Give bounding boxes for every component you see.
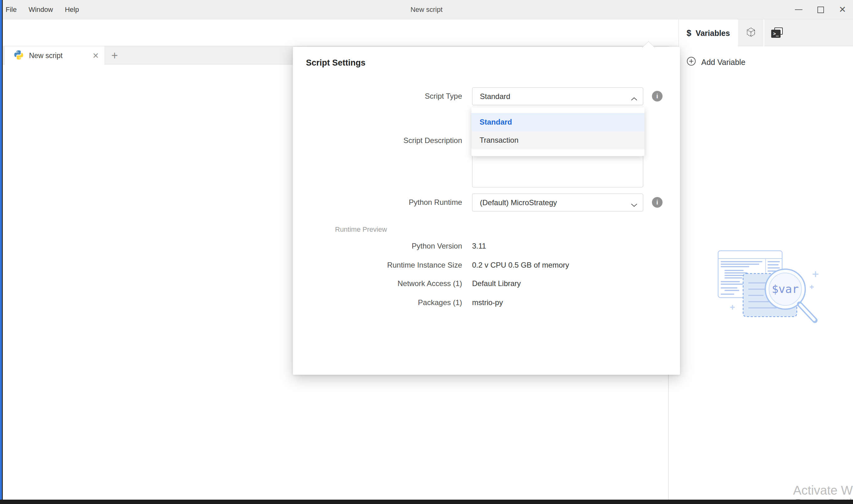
tab-variables[interactable]: $ Variables [678, 19, 738, 47]
runtime-preview-title: Runtime Preview [335, 226, 387, 234]
python-runtime-value: (Default) MicroStrategy [480, 198, 557, 207]
python-runtime-select[interactable]: (Default) MicroStrategy [472, 194, 643, 211]
script-type-info-icon[interactable]: i [652, 91, 663, 102]
add-tab-button[interactable]: + [105, 46, 124, 65]
preview-row-value: mstrio-py [472, 298, 503, 307]
window-controls: ✕ [795, 0, 846, 19]
script-type-label: Script Type [293, 91, 462, 101]
editor-tab-new-script[interactable]: New script ✕ [4, 46, 105, 65]
dropdown-option-standard[interactable]: Standard [471, 113, 645, 131]
minimize-icon[interactable] [795, 10, 802, 10]
close-tab-icon[interactable]: ✕ [92, 52, 99, 60]
modal-title: Script Settings [306, 58, 366, 68]
tab-packages[interactable] [738, 19, 763, 46]
title-bar: File Window Help New script ✕ [0, 0, 853, 19]
add-circle-icon [686, 56, 696, 68]
preview-row-label: Network Access (1) [293, 279, 462, 288]
preview-row-value: Default Library [472, 279, 521, 288]
window-title: New script [0, 0, 853, 19]
preview-row-value: 3.11 [472, 241, 486, 251]
tabs-filler [791, 19, 853, 46]
preview-row-value: 0.2 v CPU 0.5 GB of memory [472, 260, 569, 270]
activation-watermark-line1: Activate W [793, 483, 853, 498]
python-runtime-info-icon[interactable]: i [652, 197, 663, 208]
python-icon [14, 50, 24, 61]
python-runtime-label: Python Runtime [293, 198, 462, 207]
chevron-down-icon [630, 200, 638, 209]
tab-console[interactable]: >_ [764, 19, 791, 46]
left-edge-border [2, 0, 3, 500]
script-description-label: Script Description [293, 136, 462, 145]
variables-empty-illustration: $var [712, 243, 840, 338]
terminal-icon: >_ [771, 28, 784, 38]
script-settings-modal: Script Settings Script Type Standard i S… [293, 47, 680, 375]
app-window: File Window Help New script ✕ Save Azure [0, 0, 853, 504]
dollar-icon: $ [687, 29, 691, 38]
maximize-icon[interactable] [817, 6, 824, 13]
script-type-dropdown: Standard Transaction [471, 107, 645, 156]
add-variable-button[interactable]: Add Variable [686, 56, 745, 68]
add-variable-label: Add Variable [701, 58, 745, 67]
magnifier-text: $var [772, 283, 799, 295]
script-type-value: Standard [480, 92, 510, 101]
package-cube-icon [746, 27, 756, 39]
editor-tab-title: New script [29, 52, 62, 60]
chevron-up-icon [630, 94, 638, 103]
preview-row-label: Runtime Instance Size [293, 260, 462, 270]
variables-tab-label: Variables [696, 29, 730, 38]
script-type-select[interactable]: Standard [472, 87, 643, 105]
close-window-icon[interactable]: ✕ [839, 5, 846, 14]
dropdown-option-transaction[interactable]: Transaction [471, 131, 645, 149]
bottom-edge-bar [0, 500, 853, 504]
preview-row-label: Python Version [293, 241, 462, 251]
preview-row-label: Packages (1) [293, 298, 462, 307]
